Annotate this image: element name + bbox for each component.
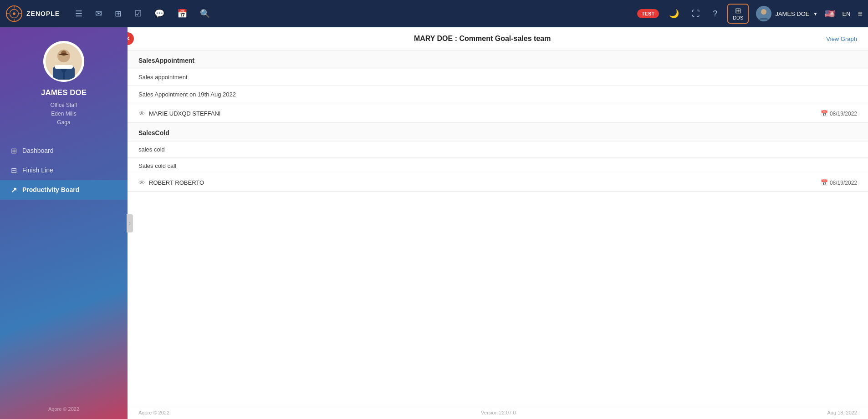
user-avatar-image: [756, 6, 771, 21]
productivity-board-label: Productivity Board: [22, 186, 79, 193]
check-icon[interactable]: ☑: [132, 7, 144, 20]
right-menu-icon[interactable]: ≡: [858, 9, 863, 19]
footer-left: Aqore © 2022: [138, 410, 169, 415]
user-avatar: [756, 6, 771, 21]
sales-appointment-header: SalesAppointment: [128, 50, 868, 69]
calendar-entry-icon-2: 📅: [821, 179, 828, 186]
dashboard-label: Dashboard: [22, 147, 54, 154]
view-graph-button[interactable]: View Graph: [826, 35, 857, 42]
sales-cold-section: SalesCold sales cold Sales cold call 👁 R…: [128, 123, 868, 192]
profile-avatar: [43, 41, 84, 82]
user-name-label: JAMES DOE: [775, 10, 809, 17]
entry-description: Sales cold call: [138, 162, 176, 169]
sales-appointment-subtitle: Sales appointment: [128, 69, 868, 86]
profile-role: Office Staff Eden Mills Gaga: [51, 101, 77, 127]
user-menu[interactable]: JAMES DOE ▼: [756, 6, 817, 21]
entry-person-left: 👁 MARIE UDXQD STEFFANI: [138, 110, 220, 117]
user-dropdown-arrow[interactable]: ▼: [813, 11, 818, 16]
dark-mode-icon[interactable]: 🌙: [666, 7, 682, 20]
eye-icon: 👁: [138, 110, 145, 117]
dds-grid-icon: ⊞: [735, 6, 741, 15]
eye-icon-2: 👁: [138, 179, 145, 187]
entry-person-name: MARIE UDXQD STEFFANI: [149, 110, 220, 117]
calendar-grid-icon[interactable]: ⊞: [112, 7, 124, 20]
entry-person-left-2: 👁 ROBERT ROBERTO: [138, 179, 204, 187]
main-layout: JAMES DOE Office Staff Eden Mills Gaga ⊞…: [0, 27, 868, 419]
entry-person-row-2: 👁 ROBERT ROBERTO 📅 08/19/2022: [128, 174, 868, 192]
svg-rect-12: [55, 65, 73, 69]
finish-line-label: Finish Line: [22, 167, 53, 174]
sales-cold-header: SalesCold: [128, 123, 868, 141]
sidebar-item-dashboard[interactable]: ⊞ Dashboard: [0, 141, 128, 161]
entry-left: Sales Appointment on 19th Aug 2022: [138, 90, 236, 100]
calendar-icon[interactable]: 📅: [174, 7, 190, 20]
productivity-board-icon: ↗: [11, 186, 17, 194]
language-label[interactable]: EN: [842, 10, 850, 17]
language-flag-icon: 🇺🇸: [825, 9, 835, 19]
sales-cold-subsection: sales cold Sales cold call 👁 ROBERT ROBE…: [128, 141, 868, 192]
footer-right: Aug 18, 2022: [827, 410, 857, 415]
main-content: ✕ MARY DOE : Comment Goal-sales team Vie…: [128, 27, 868, 419]
profile-section: JAMES DOE Office Staff Eden Mills Gaga: [0, 27, 128, 136]
sidebar-collapse-handle[interactable]: ›: [127, 214, 133, 232]
close-button[interactable]: ✕: [128, 32, 134, 45]
calendar-entry-icon: 📅: [821, 110, 828, 117]
sales-appointment-section: SalesAppointment Sales appointment Sales…: [128, 50, 868, 123]
dashboard-icon: ⊞: [11, 146, 17, 155]
top-navigation: ZENOPLE ☰ ✉ ⊞ ☑ 💬 📅 🔍 TEST 🌙 ⛶ ? ⊞ DDS J…: [0, 0, 868, 27]
entry-description: Sales Appointment on 19th Aug 2022: [138, 91, 236, 98]
modal-header: ✕ MARY DOE : Comment Goal-sales team Vie…: [128, 27, 868, 50]
fullscreen-icon[interactable]: ⛶: [689, 7, 703, 20]
sales-appointment-subsection: Sales appointment Sales Appointment on 1…: [128, 69, 868, 123]
entry-date-2: 📅 08/19/2022: [821, 179, 857, 186]
entry-person-name-2: ROBERT ROBERTO: [149, 179, 204, 186]
sidebar: JAMES DOE Office Staff Eden Mills Gaga ⊞…: [0, 27, 128, 419]
finish-line-icon: ⊟: [11, 166, 17, 175]
entry-date: 📅 08/19/2022: [821, 110, 857, 117]
dds-label: DDS: [733, 15, 743, 21]
modal-title: MARY DOE : Comment Goal-sales team: [138, 35, 826, 43]
chat-icon[interactable]: 💬: [152, 7, 167, 20]
sidebar-nav: ⊞ Dashboard ⊟ Finish Line ↗ Productivity…: [0, 141, 128, 200]
logo-area[interactable]: ZENOPLE: [5, 5, 60, 22]
entry-date-value: 08/19/2022: [830, 111, 857, 117]
footer-center: Version 22.07.0: [481, 410, 516, 415]
help-icon[interactable]: ?: [710, 7, 720, 20]
entry-left: Sales cold call: [138, 162, 176, 169]
svg-point-2: [13, 12, 15, 15]
mail-icon[interactable]: ✉: [92, 7, 105, 20]
sidebar-item-finish-line[interactable]: ⊟ Finish Line: [0, 161, 128, 180]
svg-point-8: [761, 9, 766, 15]
entry-date-value-2: 08/19/2022: [830, 180, 857, 186]
dds-button[interactable]: ⊞ DDS: [727, 4, 749, 24]
sidebar-item-productivity-board[interactable]: ↗ Productivity Board: [0, 180, 128, 200]
menu-hamburger-icon[interactable]: ☰: [72, 7, 85, 20]
profile-avatar-image: [46, 43, 82, 80]
search-icon[interactable]: 🔍: [197, 7, 213, 20]
zenople-logo-icon: [5, 5, 23, 22]
env-badge: TEST: [637, 9, 659, 18]
sidebar-footer: Aqore © 2022: [0, 399, 128, 419]
table-row: Sales cold call: [128, 158, 868, 174]
entry-person-row: 👁 MARIE UDXQD STEFFANI 📅 08/19/2022: [128, 105, 868, 122]
sales-cold-subtitle: sales cold: [128, 141, 868, 158]
profile-name: JAMES DOE: [41, 88, 87, 97]
content-footer: Aqore © 2022 Version 22.07.0 Aug 18, 202…: [128, 406, 868, 419]
table-row: Sales Appointment on 19th Aug 2022: [128, 86, 868, 105]
app-name: ZENOPLE: [26, 10, 60, 17]
